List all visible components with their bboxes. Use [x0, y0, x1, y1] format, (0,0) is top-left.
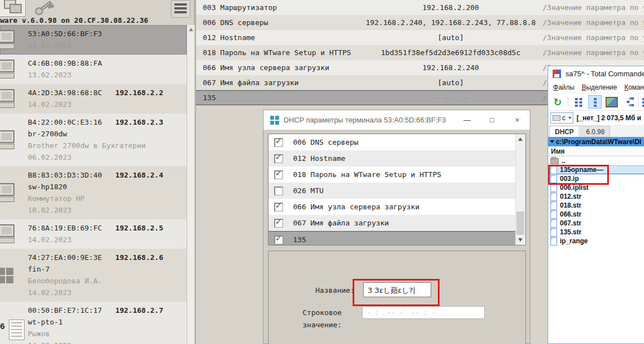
- option-checkbox[interactable]: [274, 203, 283, 212]
- param-row[interactable]: 012 Hostname [auto] /Значение параметра …: [196, 30, 644, 45]
- dialog-title: DHCP параметры терминала 53:A0:5D:66:BF:…: [284, 116, 446, 124]
- drive-icon: [553, 115, 560, 121]
- terminal-mac: B8:83:03:D3:3D:40: [28, 171, 102, 179]
- terminal-mac: 00:50:BF:E7:1C:17: [28, 306, 102, 314]
- drive-free-space: [_нет_] 2 073,5 Мб и: [577, 114, 641, 122]
- hamburger-icon: [174, 3, 187, 6]
- param-value: 192.168.2.240, 192.168.2.243, 77.88.8.8: [359, 18, 543, 27]
- file-icon: [550, 193, 557, 201]
- terminal-date: 14.02.2023: [28, 234, 184, 245]
- refresh-icon[interactable]: ↻: [552, 96, 564, 108]
- scroll-thumb[interactable]: [516, 212, 524, 235]
- dhcp-options-list: 006 DNS серверы 012 Hostname 018 Пароль …: [268, 134, 526, 245]
- sidebar-scrollbar[interactable]: [187, 25, 195, 344]
- tree-view-icon[interactable]: [622, 96, 634, 108]
- terminal-date: 14.02.2023: [28, 287, 184, 298]
- annotation-rect-name-field: [353, 279, 440, 306]
- dhcp-option-row[interactable]: 067 Имя файла загрузки: [269, 215, 525, 231]
- terminal-list-item[interactable]: C4:6B:08:9B:88:FA 13.02.2023: [0, 55, 187, 84]
- terminal-name: wt-pto-1: [28, 316, 184, 328]
- total-commander-window: sa75^ - Total Commander ( Файлы Выделени…: [548, 66, 644, 344]
- param-name: 006 DNS серверы: [196, 18, 359, 27]
- terminal-list-item[interactable]: 53:A0:5D:66:BF:F3 13.02.2023: [0, 25, 187, 55]
- dhcp-option-row[interactable]: 006 DNS серверы: [269, 134, 525, 150]
- tc-menu-item[interactable]: Файлы: [553, 83, 574, 91]
- string-value-input[interactable]: · : ‥·· ·˙ ·· : ·: [362, 306, 485, 319]
- file-icon: [550, 228, 557, 237]
- file-row[interactable]: 066.str: [548, 210, 644, 219]
- tc-menu-item[interactable]: Команды: [625, 83, 644, 91]
- scroll-up-icon[interactable]: [189, 28, 193, 31]
- file-row[interactable]: 067.str: [548, 219, 644, 228]
- dialog-titlebar[interactable]: DHCP параметры терминала 53:A0:5D:66:BF:…: [264, 110, 530, 130]
- terminal-name: fin-7: [28, 263, 184, 275]
- option-checkbox[interactable]: [274, 219, 283, 228]
- param-comment: /Значение параметра по ум: [543, 18, 644, 27]
- tc-folder-tab[interactable]: DHCP: [549, 126, 579, 137]
- param-row[interactable]: 003 Маршрутизатор 192.168.2.200 /Значени…: [196, 0, 644, 15]
- tc-name-column-header[interactable]: Имя: [548, 146, 644, 156]
- file-row[interactable]: ip_range: [548, 237, 644, 245]
- screen: 003 Маршрутизатор 192.168.2.200 /Значени…: [0, 0, 644, 344]
- terminal-mac: 74:27:EA:00:9E:3E: [28, 253, 102, 262]
- dhcp-option-row[interactable]: 135: [269, 231, 525, 245]
- terminal-mac: 53:A0:5D:66:BF:F3: [28, 30, 102, 38]
- tc-folder-tab[interactable]: 6.0.98: [580, 126, 610, 137]
- dhcp-dialog: DHCP параметры терминала 53:A0:5D:66:BF:…: [263, 110, 530, 344]
- hamburger-menu-button[interactable]: [171, 0, 191, 18]
- tc-menu-item[interactable]: Выделение: [582, 83, 617, 91]
- terminal-list-item[interactable]: 76:8A:19:EB:69:FC 192.168.2.5 14.02.2023: [0, 219, 187, 249]
- option-checkbox[interactable]: [274, 186, 283, 195]
- file-icon: [550, 219, 557, 228]
- terminal-list-item[interactable]: 36 00:50:BF:E7:1C:17 192.168.2.7 wt-pto-…: [0, 302, 187, 344]
- file-row[interactable]: 018.str: [548, 201, 644, 210]
- terminal-date: 13.02.2023: [28, 69, 184, 81]
- option-checkbox[interactable]: [274, 170, 283, 179]
- terminal-ip: 192.168.2.2: [115, 89, 163, 97]
- dropdown-arrow-icon: [550, 140, 554, 143]
- param-name: 018 Пароль на WTware Setup и HTTPS: [196, 48, 359, 57]
- file-row[interactable]: ..: [548, 156, 644, 165]
- drive-select[interactable]: c: [550, 112, 573, 124]
- tc-path-bar[interactable]: c:\ProgramData\WTware\DI: [548, 137, 644, 146]
- terminal-list-item[interactable]: 4A:2D:3A:98:68:8C 192.168.2.2 14.02.2023: [0, 84, 187, 114]
- param-value: [auto]: [359, 78, 543, 87]
- terminal-list: 53:A0:5D:66:BF:F3 13.02.2023 C4:6B:08:9B…: [0, 25, 187, 344]
- file-name: 135.str: [560, 228, 582, 236]
- terminal-list-item[interactable]: B4:22:00:0C:E3:16 192.168.2.3 br-2700dw …: [0, 114, 187, 166]
- option-checkbox[interactable]: [274, 138, 283, 147]
- minimize-button[interactable]: —: [455, 110, 480, 130]
- scroll-up-icon[interactable]: [518, 137, 523, 141]
- param-row[interactable]: 006 DNS серверы 192.168.2.240, 192.168.2…: [196, 15, 644, 30]
- dhcp-option-row[interactable]: 066 Имя узла сервера загрузки: [269, 199, 525, 215]
- param-name: 067 Имя файла загрузки: [196, 78, 359, 87]
- param-row[interactable]: 018 Пароль на WTware Setup и HTTPS 1bd35…: [196, 45, 644, 60]
- key-button[interactable]: [29, 0, 58, 18]
- option-label: 066 Имя узла сервера загрузки: [293, 203, 419, 211]
- file-row[interactable]: 012.str: [548, 192, 644, 201]
- option-checkbox[interactable]: [274, 235, 283, 244]
- close-button[interactable]: ×: [505, 110, 530, 130]
- dhcp-option-row[interactable]: 012 Hostname: [269, 150, 525, 166]
- string-value-label: Строковое: [303, 308, 341, 317]
- param-name: 066 Имя узла сервера загрузки: [196, 63, 359, 72]
- terminal-list-item[interactable]: 74:27:EA:00:9E:3E 192.168.2.6 fin-7 Бело…: [0, 249, 187, 302]
- file-row[interactable]: 135.str: [548, 228, 644, 237]
- terminals-view-button[interactable]: [0, 0, 26, 17]
- tc-titlebar[interactable]: sa75^ - Total Commander (: [548, 66, 644, 81]
- terminal-list-item[interactable]: B8:83:03:D3:3D:40 192.168.2.4 sw-hp1820 …: [0, 166, 187, 219]
- tc-window-title: sa75^ - Total Commander (: [565, 70, 644, 78]
- thumbnails-view-icon[interactable]: [606, 96, 618, 108]
- option-checkbox[interactable]: [274, 154, 283, 163]
- list-view-icon[interactable]: [588, 95, 602, 109]
- tc-menubar: Файлы Выделение Команды: [548, 81, 644, 93]
- tc-folder-tabs: DHCP 6.0.98: [548, 125, 644, 137]
- scroll-down-icon[interactable]: [518, 238, 523, 242]
- terminal-type-icon: [0, 58, 22, 81]
- brief-view-icon[interactable]: [572, 96, 584, 108]
- dialog-list-scrollbar[interactable]: [515, 134, 525, 245]
- param-value: [auto]: [359, 33, 543, 42]
- dhcp-option-row[interactable]: 026 MTU: [269, 183, 525, 199]
- dhcp-option-row[interactable]: 018 Пароль на WTware Setup и HTTPS: [269, 166, 525, 183]
- maximize-button[interactable]: □: [480, 110, 505, 130]
